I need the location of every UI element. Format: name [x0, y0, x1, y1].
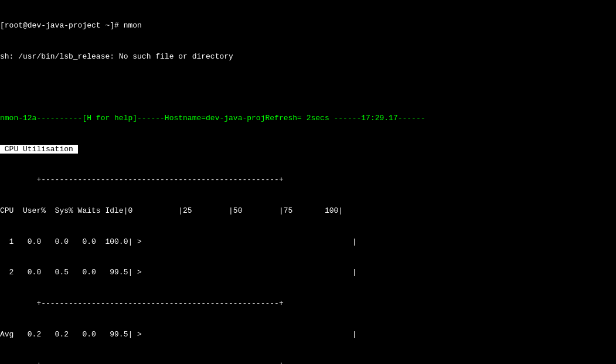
- cpu-col-header: CPU User% Sys% Waits Idle|0 |25 |50 |75 …: [0, 206, 616, 216]
- cpu-row-2: 2 0.0 0.5 0.0 99.5| > |: [0, 267, 616, 278]
- terminal-window: [root@dev-java-project ~]# nmon sh: /usr…: [0, 0, 616, 364]
- cpu-avg-row: Avg 0.2 0.2 0.0 99.5| > |: [0, 329, 616, 340]
- cpu-row-1: 1 0.0 0.0 0.0 100.0| > |: [0, 237, 616, 247]
- nmon-header: nmon-12a----------[H for help]------Host…: [0, 113, 616, 124]
- cpu-bar-mid: +---------------------------------------…: [0, 298, 616, 309]
- cmd-line-2: sh: /usr/bin/lsb_release: No such file o…: [0, 52, 616, 62]
- cpu-section-header: CPU Utilisation: [0, 144, 616, 155]
- blank-line-1: [0, 82, 616, 93]
- cpu-bar-top: +---------------------------------------…: [0, 175, 616, 185]
- cmd-line-1: [root@dev-java-project ~]# nmon: [0, 21, 616, 31]
- cpu-bar-bot: +---------------------------------------…: [0, 360, 616, 364]
